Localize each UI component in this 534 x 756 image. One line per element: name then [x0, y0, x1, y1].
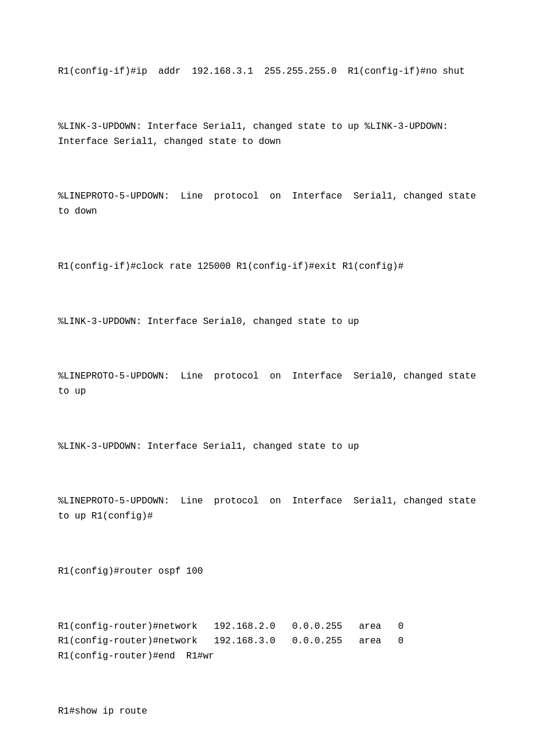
terminal-line-10: R1(config-router)#network 192.168.2.0 0.…	[58, 620, 488, 664]
terminal-output: R1(config-if)#ip addr 192.168.3.1 255.25…	[58, 35, 488, 756]
terminal-line-4: R1(config-if)#clock rate 125000 R1(confi…	[58, 260, 488, 275]
terminal-line-8: %LINEPROTO-5-UPDOWN: Line protocol on In…	[58, 494, 488, 524]
terminal-line-1: R1(config-if)#ip addr 192.168.3.1 255.25…	[58, 64, 488, 80]
terminal-line-2: %LINK-3-UPDOWN: Interface Serial1, chang…	[58, 120, 488, 149]
terminal-line-11: R1#show ip route	[58, 704, 488, 719]
terminal-line-7: %LINK-3-UPDOWN: Interface Serial1, chang…	[58, 440, 488, 455]
terminal-line-9: R1(config)#router ospf 100	[58, 564, 488, 579]
terminal-line-5: %LINK-3-UPDOWN: Interface Serial0, chang…	[58, 315, 488, 330]
terminal-line-6: %LINEPROTO-5-UPDOWN: Line protocol on In…	[58, 369, 488, 399]
terminal-line-3: %LINEPROTO-5-UPDOWN: Line protocol on In…	[58, 189, 488, 219]
